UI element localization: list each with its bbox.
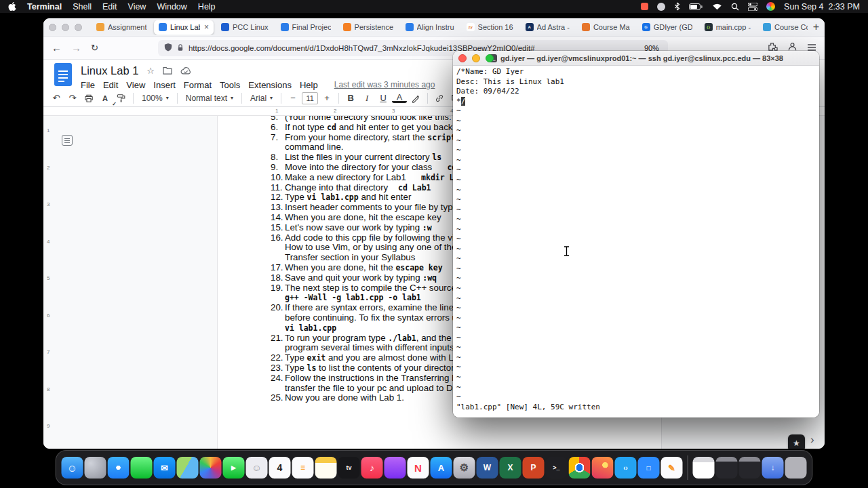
browser-tab[interactable]: AAd Astra - (521, 20, 574, 35)
browser-tab[interactable]: GGDIyer (GD (637, 20, 697, 35)
docs-menu-view[interactable]: View (122, 79, 149, 91)
dock-music[interactable]: ♪ (361, 457, 383, 479)
last-edit-link[interactable]: Last edit was 3 minutes ago (334, 80, 435, 89)
docs-menu-help[interactable]: Help (296, 79, 322, 91)
text-color-button[interactable]: A (392, 93, 407, 103)
zoom-window-button[interactable] (486, 54, 494, 62)
terminal-window-controls[interactable] (458, 54, 494, 62)
font-family-select[interactable]: Arial▾ (246, 94, 277, 103)
browser-tab[interactable]: PCC Linux (216, 20, 273, 35)
underline-button[interactable]: U (376, 91, 391, 106)
decrease-font-size-button[interactable]: − (285, 91, 300, 106)
document-outline-icon[interactable] (62, 135, 73, 146)
bold-button[interactable]: B (343, 91, 358, 106)
dock-system-settings[interactable]: ⚙ (454, 457, 475, 479)
highlight-color-icon[interactable] (408, 91, 423, 106)
dock-calendar[interactable]: 4 (269, 457, 291, 479)
dock-trash[interactable] (785, 457, 807, 479)
dock-launchpad[interactable] (85, 457, 106, 479)
dock-contacts[interactable]: ☺ (246, 457, 268, 479)
side-panel-chevron-icon[interactable]: › (810, 433, 814, 447)
dock-messages[interactable] (131, 457, 153, 479)
spotlight-icon[interactable] (731, 3, 739, 11)
browser-tab[interactable]: Assignment (92, 20, 151, 35)
dock-facetime[interactable]: ▶ (223, 457, 245, 479)
browser-tab[interactable]: Persistence (338, 20, 398, 35)
docs-menu-tools[interactable]: Tools (216, 79, 244, 91)
terminal-content[interactable]: /*Name: GD IyerDesc: This is Linux lab1D… (453, 66, 819, 418)
font-size-input[interactable]: 11 (302, 92, 318, 104)
browser-tab[interactable]: Course Con (758, 20, 808, 35)
apple-menu-icon[interactable] (8, 1, 16, 12)
control-center-icon[interactable] (748, 3, 757, 11)
increase-font-size-button[interactable]: + (319, 91, 334, 106)
dock-notes[interactable] (315, 457, 337, 479)
dock-pages[interactable]: ✎ (661, 457, 683, 479)
minimize-window-button[interactable] (62, 24, 69, 31)
browser-tab[interactable]: Linux Lab× (154, 20, 214, 35)
browser-tab[interactable]: Final Projec (276, 20, 336, 35)
menubar-item-view[interactable]: View (128, 2, 146, 12)
dock-downloads-folder[interactable]: ↓ (762, 457, 784, 479)
dock-excel[interactable]: X (500, 457, 521, 479)
dock-word[interactable]: W (477, 457, 498, 479)
terminal-titlebar[interactable]: >_ gd.iyer — gd.iyer@vmcslinuxprod01:~ —… (453, 51, 819, 66)
move-folder-icon[interactable] (163, 66, 172, 75)
battery-icon[interactable] (689, 3, 703, 10)
browser-tab[interactable]: Align Instru (401, 20, 459, 35)
document-title[interactable]: Linux Lab 1 (81, 64, 138, 77)
undo-button[interactable]: ↶ (49, 91, 64, 106)
menubar-item-help[interactable]: Help (198, 2, 216, 12)
cloud-saved-icon[interactable] (180, 66, 191, 75)
dock-news[interactable]: N (408, 457, 429, 479)
dock-minimized-document-window[interactable] (693, 457, 715, 479)
dock-reminders[interactable]: ≡ (292, 457, 314, 479)
menubar-app-name[interactable]: Terminal (27, 2, 62, 12)
close-window-button[interactable] (458, 54, 467, 62)
menubar-item-shell[interactable]: Shell (73, 2, 92, 12)
lock-icon[interactable] (177, 42, 184, 54)
docs-menu-edit[interactable]: Edit (99, 79, 122, 91)
menubar-clock[interactable]: Sun Sep 4 2:33 PM (784, 2, 860, 12)
menubar-item-edit[interactable]: Edit (102, 2, 117, 12)
dock-powerpoint[interactable]: P (523, 457, 545, 479)
star-icon[interactable]: ☆ (146, 66, 155, 76)
paragraph-style-select[interactable]: Normal text▾ (182, 94, 237, 103)
dock-tv[interactable]: tv (338, 457, 360, 479)
zoom-select[interactable]: 100%▾ (138, 94, 173, 103)
docs-menu-extensions[interactable]: Extensions (244, 79, 296, 91)
insert-link-icon[interactable] (432, 91, 447, 106)
spellcheck-icon[interactable]: A✓ (98, 91, 113, 106)
redo-button[interactable]: ↷ (65, 91, 80, 106)
print-icon[interactable] (81, 91, 96, 106)
dock-app-store[interactable]: A (431, 457, 452, 479)
tracking-shield-icon[interactable] (164, 42, 172, 54)
docs-menu-format[interactable]: Format (180, 79, 216, 91)
wifi-icon[interactable] (712, 3, 722, 10)
dock-vscode[interactable]: ‹› (615, 457, 637, 479)
close-window-button[interactable] (49, 24, 56, 31)
back-button[interactable]: ← (52, 42, 62, 54)
italic-button[interactable]: I (359, 91, 374, 106)
browser-tab[interactable]: {}main.cpp - (700, 20, 755, 35)
reload-button[interactable]: ↻ (91, 43, 98, 53)
dock-zoom[interactable]: □ (638, 457, 660, 479)
dock-minimized-terminal-window-2[interactable] (739, 457, 761, 479)
status-badge-icon[interactable] (657, 3, 665, 11)
dock-terminal[interactable]: >_ (546, 457, 568, 479)
siri-icon[interactable] (766, 2, 775, 11)
window-controls[interactable] (49, 24, 82, 31)
browser-tab[interactable]: zySection 16 (462, 20, 518, 35)
dock-finder[interactable]: ☺ (62, 457, 83, 479)
dock-minimized-terminal-window-1[interactable] (716, 457, 738, 479)
dock-firefox[interactable] (592, 457, 614, 479)
screen-recording-icon[interactable] (641, 3, 648, 10)
dock-chrome[interactable] (569, 457, 591, 479)
menubar-item-window[interactable]: Window (157, 2, 186, 12)
docs-menu-insert[interactable]: Insert (149, 79, 180, 91)
vertical-ruler[interactable]: 123456789 (43, 116, 53, 449)
dock-podcasts[interactable] (384, 457, 406, 479)
explore-button[interactable]: ★ (788, 434, 805, 449)
dock-photos[interactable] (200, 457, 222, 479)
docs-menu-file[interactable]: File (77, 79, 99, 91)
